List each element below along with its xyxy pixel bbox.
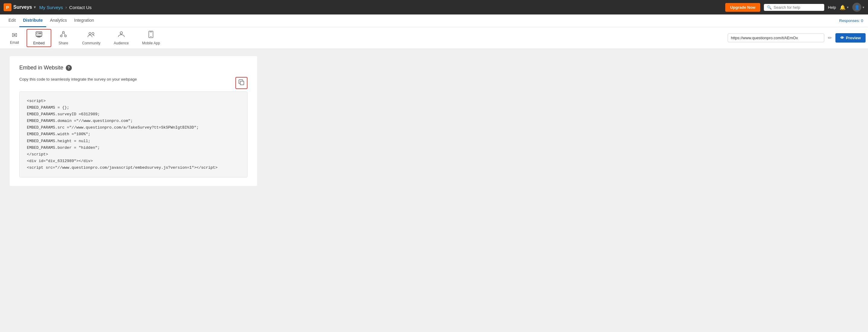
tool-share[interactable]: Share <box>51 29 75 47</box>
eye-icon: 👁 <box>840 36 844 40</box>
breadcrumb-current: Contact Us <box>69 5 91 10</box>
tool-embed[interactable]: Embed <box>27 29 51 47</box>
search-input[interactable] <box>774 5 821 10</box>
svg-text:$: $ <box>120 33 122 35</box>
tool-community-label: Community <box>82 41 100 45</box>
svg-point-14 <box>92 32 94 34</box>
second-nav: Edit Distribute Analytics Integration Re… <box>0 14 868 27</box>
tool-mobileapp-label: Mobile App <box>142 41 160 45</box>
upgrade-button[interactable]: Upgrade Now <box>725 3 760 12</box>
search-icon: 🔍 <box>767 5 772 10</box>
svg-line-11 <box>62 33 63 35</box>
community-icon <box>87 31 95 40</box>
tool-audience-label: Audience <box>114 41 129 45</box>
app-name: Surveys <box>13 4 32 10</box>
breadcrumb: My Surveys › Contact Us <box>39 5 91 10</box>
svg-rect-2 <box>39 33 41 33</box>
tool-mobileapp[interactable]: Mobile App <box>135 29 166 47</box>
copy-button[interactable] <box>236 77 247 89</box>
tool-embed-label: Embed <box>33 41 45 45</box>
tool-email-label: Email <box>10 40 19 45</box>
svg-rect-3 <box>39 33 41 34</box>
help-link[interactable]: Help <box>828 5 836 10</box>
audience-icon: $ <box>117 31 125 40</box>
breadcrumb-separator: › <box>65 5 67 10</box>
preview-button[interactable]: 👁 Preview <box>835 33 866 42</box>
tool-audience[interactable]: $ Audience <box>107 29 135 47</box>
dropdown-chevron: ▾ <box>34 5 36 9</box>
svg-rect-20 <box>240 81 244 85</box>
share-icon <box>60 31 67 40</box>
embed-icon <box>35 31 42 40</box>
avatar-chevron: ▾ <box>863 5 864 9</box>
tab-distribute[interactable]: Distribute <box>19 14 46 27</box>
tool-share-label: Share <box>59 41 68 45</box>
my-surveys-link[interactable]: My Surveys <box>39 5 63 10</box>
embed-card: Embed in Website ? Copy this code to sea… <box>10 56 257 186</box>
email-icon: ✉ <box>12 31 17 39</box>
main-content: Embed in Website ? Copy this code to sea… <box>0 49 868 332</box>
svg-line-12 <box>64 33 65 35</box>
help-circle-icon[interactable]: ? <box>66 65 72 71</box>
embed-title: Embed in Website ? <box>19 65 247 71</box>
search-box[interactable]: 🔍 <box>764 4 824 11</box>
top-nav: P Surveys ▾ My Surveys › Contact Us Upgr… <box>0 0 868 14</box>
user-menu-group: 👤 ▾ <box>852 3 864 12</box>
tab-integration[interactable]: Integration <box>71 14 98 27</box>
user-avatar[interactable]: 👤 <box>852 3 861 12</box>
copy-row: Copy this code to seamlessly integrate t… <box>19 77 247 89</box>
copy-description: Copy this code to seamlessly integrate t… <box>19 77 137 82</box>
responses-badge: Responses: 0 <box>839 19 864 23</box>
mobileapp-icon <box>148 31 154 40</box>
bell-chevron: ▾ <box>847 5 849 9</box>
url-bar-area: ✏ 👁 Preview <box>728 33 866 42</box>
edit-url-button[interactable]: ✏ <box>827 34 833 42</box>
tool-community[interactable]: Community <box>75 29 107 47</box>
svg-point-8 <box>62 31 64 33</box>
copy-icon <box>238 79 245 87</box>
tab-analytics[interactable]: Analytics <box>46 14 70 27</box>
third-nav: ✉ Email Embed <box>0 27 868 49</box>
app-logo[interactable]: P Surveys ▾ <box>4 3 36 11</box>
code-block: <script> EMBED_PARAMS = {}; EMBED_PARAMS… <box>19 91 247 178</box>
survey-url-input[interactable] <box>728 33 824 42</box>
logo-icon: P <box>4 3 11 11</box>
tab-edit[interactable]: Edit <box>5 14 19 27</box>
bell-icon[interactable]: 🔔 <box>840 4 846 10</box>
svg-rect-1 <box>37 33 39 34</box>
svg-point-13 <box>89 32 91 34</box>
tool-email[interactable]: ✉ Email <box>2 29 27 47</box>
notifications-group: 🔔 ▾ <box>840 4 849 10</box>
